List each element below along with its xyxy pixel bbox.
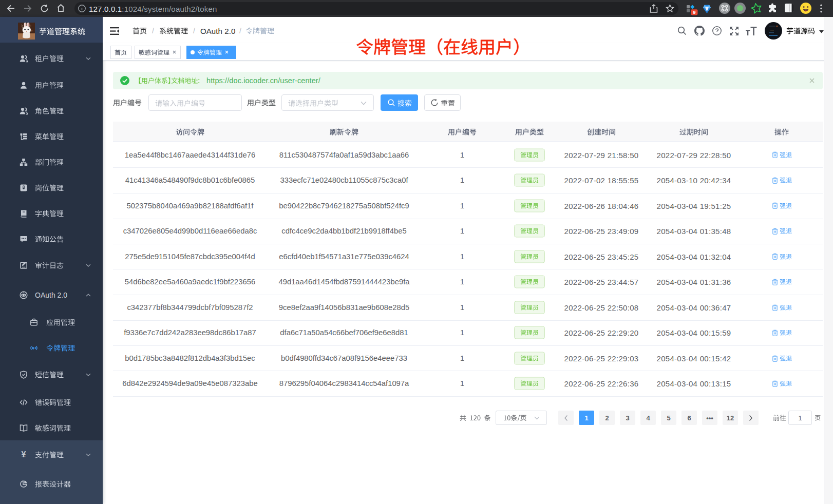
- svg-text:9: 9: [693, 9, 695, 15]
